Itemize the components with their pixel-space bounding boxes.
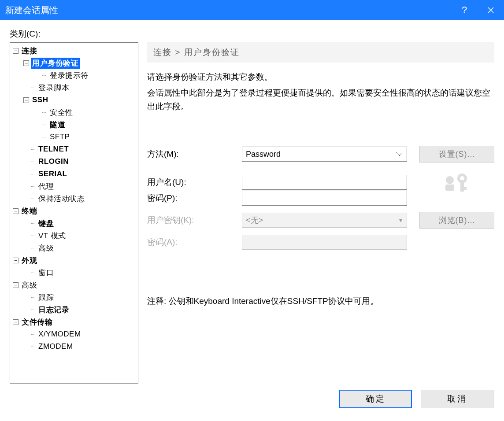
category-label: 类别(C): bbox=[10, 28, 494, 40]
tree-node-xymodem[interactable]: X/YMODEM bbox=[10, 328, 138, 340]
collapse-icon[interactable]: − bbox=[13, 48, 19, 54]
window-title: 新建会话属性 bbox=[5, 4, 451, 16]
tree-node-ssh[interactable]: −SSH bbox=[10, 94, 138, 106]
tree-node-serial[interactable]: SERIAL bbox=[10, 168, 138, 180]
tree-node-sftp[interactable]: SFTP bbox=[10, 131, 138, 143]
titlebar: 新建会话属性 ? bbox=[0, 0, 504, 20]
collapse-icon[interactable]: − bbox=[23, 60, 29, 66]
setup-button[interactable]: 设置(S)... bbox=[419, 146, 494, 162]
tree-node-connection[interactable]: −连接 bbox=[10, 44, 138, 57]
svg-rect-4 bbox=[460, 187, 467, 190]
passphrase-input bbox=[242, 235, 407, 250]
password-label: 密码(P): bbox=[147, 192, 242, 204]
chevron-down-icon: ▾ bbox=[399, 217, 402, 224]
note-text: 注释: 公钥和Keyboard Interactive仅在SSH/SFTP协议中… bbox=[147, 295, 494, 307]
tree-node-proxy[interactable]: 代理 bbox=[10, 180, 138, 192]
settings-panel: 连接 > 用户身份验证 请选择身份验证方法和其它参数。 会话属性中此部分是为了登… bbox=[147, 42, 494, 384]
userkey-label: 用户密钥(K): bbox=[147, 214, 242, 226]
close-button[interactable] bbox=[478, 0, 504, 20]
cancel-button[interactable]: 取消 bbox=[421, 390, 493, 408]
password-input[interactable] bbox=[242, 191, 407, 206]
collapse-icon[interactable]: − bbox=[13, 282, 19, 288]
help-button[interactable]: ? bbox=[451, 0, 478, 20]
tree-node-keepalive[interactable]: 保持活动状态 bbox=[10, 192, 138, 205]
tree-node-telnet[interactable]: TELNET bbox=[10, 143, 138, 155]
username-input[interactable] bbox=[242, 175, 407, 190]
close-icon bbox=[487, 7, 494, 14]
collapse-icon[interactable]: − bbox=[13, 319, 19, 325]
tree-node-logging[interactable]: 日志记录 bbox=[10, 303, 138, 316]
collapse-icon[interactable]: − bbox=[23, 97, 29, 103]
tree-node-login-script[interactable]: 登录脚本 bbox=[10, 81, 138, 94]
method-label: 方法(M): bbox=[147, 148, 242, 160]
collapse-icon[interactable]: − bbox=[13, 208, 19, 214]
tree-node-appearance[interactable]: −外观 bbox=[10, 254, 138, 266]
tree-node-security[interactable]: 安全性 bbox=[10, 106, 138, 118]
tree-node-window[interactable]: 窗口 bbox=[10, 266, 138, 279]
tree-node-advanced-term[interactable]: 高级 bbox=[10, 242, 138, 254]
tree-node-login-prompt[interactable]: 登录提示符 bbox=[10, 69, 138, 81]
tree-node-zmodem[interactable]: ZMODEM bbox=[10, 340, 138, 353]
description: 请选择身份验证方法和其它参数。 会话属性中此部分是为了登录过程更便捷而提供的。如… bbox=[147, 70, 494, 113]
tree-node-advanced[interactable]: −高级 bbox=[10, 279, 138, 291]
passphrase-label: 密码(A): bbox=[147, 236, 242, 248]
ok-button[interactable]: 确定 bbox=[339, 390, 412, 408]
method-select[interactable]: Password bbox=[242, 147, 407, 162]
tree-node-user-auth[interactable]: −用户身份验证 bbox=[10, 57, 138, 69]
tree-node-trace[interactable]: 跟踪 bbox=[10, 291, 138, 303]
category-tree[interactable]: −连接 −用户身份验证 登录提示符 登录脚本 −SSH 安全性 bbox=[10, 42, 138, 384]
svg-rect-1 bbox=[445, 185, 454, 191]
tree-node-vtmode[interactable]: VT 模式 bbox=[10, 229, 138, 242]
breadcrumb: 连接 > 用户身份验证 bbox=[147, 42, 494, 63]
tree-node-keyboard[interactable]: 键盘 bbox=[10, 217, 138, 229]
tree-node-terminal[interactable]: −终端 bbox=[10, 205, 138, 217]
tree-node-tunnel[interactable]: 隧道 bbox=[10, 118, 138, 131]
browse-button[interactable]: 浏览(B)... bbox=[419, 212, 494, 229]
username-label: 用户名(U): bbox=[147, 177, 242, 188]
tree-node-file-transfer[interactable]: −文件传输 bbox=[10, 316, 138, 328]
userkey-select: <无> ▾ bbox=[242, 213, 407, 228]
tree-node-rlogin[interactable]: RLOGIN bbox=[10, 155, 138, 168]
user-key-icon bbox=[419, 165, 494, 199]
svg-point-0 bbox=[446, 176, 454, 184]
svg-rect-3 bbox=[460, 180, 464, 192]
collapse-icon[interactable]: − bbox=[13, 258, 19, 263]
